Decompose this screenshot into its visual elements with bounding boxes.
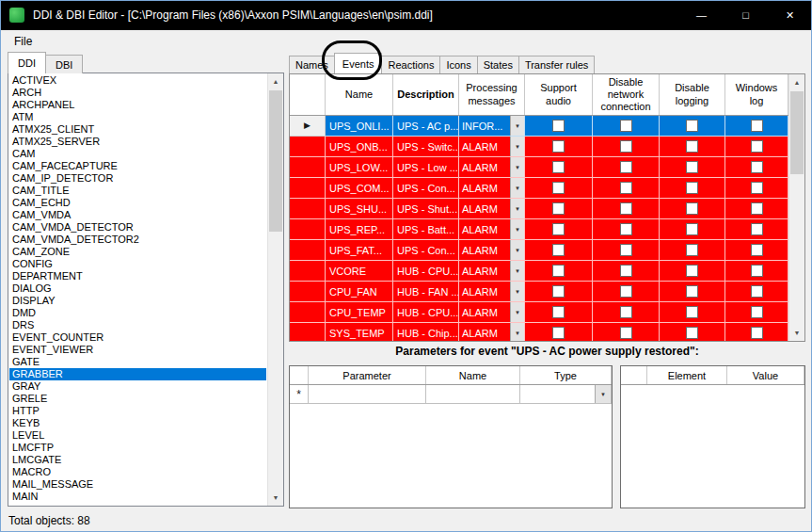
checkbox[interactable] <box>620 265 632 277</box>
param-cell-type[interactable]: ▼ <box>520 385 612 404</box>
row-selector[interactable] <box>290 157 326 178</box>
checkbox[interactable] <box>552 223 565 235</box>
list-item-keyb[interactable]: KEYB <box>9 417 266 429</box>
list-item-activex[interactable]: ACTIVEX <box>9 74 266 87</box>
cell-description[interactable]: HUB - Chip... <box>393 323 459 341</box>
cell-description[interactable]: UPS - Shut... <box>393 199 459 219</box>
checkbox[interactable] <box>751 223 763 235</box>
tab-events[interactable]: Events <box>334 53 383 73</box>
cell-description[interactable]: UPS - Switc... <box>393 137 459 157</box>
checkbox[interactable] <box>686 244 698 256</box>
checkbox[interactable] <box>620 327 632 339</box>
event-row-upsfat[interactable]: UPS_FAT...UPS - Con...ALARM▼ <box>290 240 788 261</box>
param-cell-name[interactable] <box>426 385 520 404</box>
cell-name[interactable]: UPS_COM... <box>326 178 393 199</box>
value-header-value[interactable]: Value <box>727 366 804 384</box>
cell-name[interactable]: VCORE <box>326 261 393 282</box>
row-selector[interactable] <box>290 240 326 261</box>
checkbox[interactable] <box>686 161 698 173</box>
tab-states[interactable]: States <box>477 56 519 73</box>
list-item-arch[interactable]: ARCH <box>9 87 266 99</box>
checkbox[interactable] <box>620 140 632 153</box>
checkbox[interactable] <box>751 244 763 256</box>
scroll-down-icon[interactable]: ▼ <box>268 490 283 506</box>
list-item-cam_title[interactable]: CAM_TITLE <box>9 185 266 197</box>
cell-description[interactable]: UPS - Con... <box>393 240 459 261</box>
checkbox[interactable] <box>620 161 632 173</box>
checkbox[interactable] <box>552 306 565 318</box>
cell-processing-messages[interactable]: ALARM▼ <box>459 199 525 219</box>
dropdown-button[interactable]: ▼ <box>510 323 524 341</box>
cell-processing-messages[interactable]: ALARM▼ <box>459 240 525 261</box>
row-selector[interactable] <box>290 219 326 240</box>
cell-processing-messages[interactable]: ALARM▼ <box>459 302 525 323</box>
tab-names[interactable]: Names <box>289 56 335 73</box>
row-selector[interactable] <box>290 323 326 341</box>
list-item-level[interactable]: LEVEL <box>9 429 266 442</box>
checkbox[interactable] <box>686 306 698 318</box>
header-disable-network-connection[interactable]: Disable network connection <box>593 74 660 115</box>
event-row-systemp[interactable]: SYS_TEMPHUB - Chip...ALARM▼ <box>290 323 788 341</box>
row-selector[interactable] <box>290 282 326 302</box>
checkbox[interactable] <box>751 327 763 339</box>
header-name[interactable]: Name <box>326 74 393 115</box>
cell-name[interactable]: UPS_ONB... <box>326 137 393 157</box>
row-selector[interactable] <box>290 302 326 323</box>
dropdown-button[interactable]: ▼ <box>510 116 524 136</box>
checkbox[interactable] <box>620 244 632 256</box>
cell-name[interactable]: UPS_LOW... <box>326 157 393 178</box>
event-row-upsonb[interactable]: UPS_ONB...UPS - Switc...ALARM▼ <box>290 137 788 157</box>
list-item-atmx25_server[interactable]: ATMX25_SERVER <box>9 136 266 148</box>
cell-processing-messages[interactable]: ALARM▼ <box>459 261 525 282</box>
list-item-gate[interactable]: GATE <box>9 356 266 368</box>
event-row-upsshu[interactable]: UPS_SHU...UPS - Shut...ALARM▼ <box>290 199 788 219</box>
row-selector[interactable] <box>290 137 326 157</box>
scroll-up-icon[interactable]: ▲ <box>789 74 804 90</box>
list-item-cam_vmda[interactable]: CAM_VMDA <box>9 209 266 221</box>
checkbox[interactable] <box>751 120 763 132</box>
checkbox[interactable] <box>751 285 763 298</box>
list-item-archpanel[interactable]: ARCHPANEL <box>9 99 266 111</box>
event-row-vcore[interactable]: VCOREHUB - CPU...ALARM▼ <box>290 261 788 282</box>
param-header-parameter[interactable]: Parameter <box>309 366 426 384</box>
event-row-upscom[interactable]: UPS_COM...UPS - Con...ALARM▼ <box>290 178 788 199</box>
list-item-cam_vmda_detector2[interactable]: CAM_VMDA_DETECTOR2 <box>9 234 266 246</box>
list-item-config[interactable]: CONFIG <box>9 258 266 270</box>
list-item-display[interactable]: DISPLAY <box>9 295 266 307</box>
menu-file[interactable]: File <box>8 33 38 50</box>
list-item-dialog[interactable]: DIALOG <box>9 282 266 295</box>
checkbox[interactable] <box>751 265 763 277</box>
header-support-audio[interactable]: Support audio <box>525 74 593 115</box>
checkbox[interactable] <box>552 244 565 256</box>
dropdown-button[interactable]: ▼ <box>510 282 524 301</box>
tab-icons[interactable]: Icons <box>439 56 477 73</box>
param-cell-parameter[interactable] <box>309 385 426 404</box>
cell-description[interactable]: UPS - Batt... <box>393 219 459 240</box>
cell-description[interactable]: HUB - FAN ... <box>393 282 459 302</box>
checkbox[interactable] <box>751 202 763 215</box>
list-item-cam_zone[interactable]: CAM_ZONE <box>9 246 266 258</box>
checkbox[interactable] <box>552 161 565 173</box>
cell-description[interactable]: HUB - CPU... <box>393 261 459 282</box>
cell-name[interactable]: UPS_ONLI... <box>326 116 393 137</box>
event-row-cpufan[interactable]: CPU_FANHUB - FAN ...ALARM▼ <box>290 282 788 302</box>
checkbox[interactable] <box>552 140 565 153</box>
list-item-atmx25_client[interactable]: ATMX25_CLIENT <box>9 123 266 136</box>
list-item-event_counter[interactable]: EVENT_COUNTER <box>9 331 266 344</box>
value-header-element[interactable]: Element <box>647 366 727 384</box>
checkbox[interactable] <box>620 120 632 132</box>
scroll-up-icon[interactable]: ▲ <box>268 73 283 89</box>
checkbox[interactable] <box>620 285 632 298</box>
row-selector[interactable]: ▶ <box>290 116 326 137</box>
checkbox[interactable] <box>552 202 565 215</box>
dropdown-button[interactable]: ▼ <box>510 219 524 239</box>
cell-processing-messages[interactable]: ALARM▼ <box>459 219 525 240</box>
checkbox[interactable] <box>620 306 632 318</box>
list-item-macro[interactable]: MACRO <box>9 466 266 478</box>
maximize-button[interactable]: □ <box>724 0 768 30</box>
cell-name[interactable]: UPS_FAT... <box>326 240 393 261</box>
list-item-lmcgate[interactable]: LMCGATE <box>9 454 266 466</box>
checkbox[interactable] <box>552 265 565 277</box>
event-row-upsrep[interactable]: UPS_REP...UPS - Batt...ALARM▼ <box>290 219 788 240</box>
dropdown-button[interactable]: ▼ <box>510 261 524 281</box>
